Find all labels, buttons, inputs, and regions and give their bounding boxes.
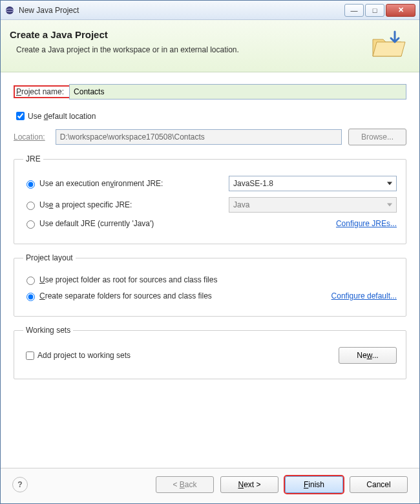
window-controls: — □ ✕ [344, 4, 415, 17]
location-row: Location: Browse... [14, 129, 406, 145]
project-name-label-highlight: Project name: [14, 85, 70, 98]
jre-legend: JRE [23, 154, 43, 163]
project-name-input[interactable] [69, 84, 406, 100]
project-name-label: Project name: [16, 87, 64, 96]
location-label: Location: [14, 132, 45, 142]
use-default-row: Use default location [14, 110, 406, 122]
jre-exec-env-label: Use an execution environment JRE: [39, 179, 163, 188]
layout-separate-folders-label: Create separate folders for sources and … [39, 291, 212, 300]
configure-default-link[interactable]: Configure default... [331, 291, 397, 300]
close-button[interactable]: ✕ [386, 4, 415, 17]
jre-project-specific-select: Java [229, 197, 397, 213]
jre-exec-env-radio[interactable] [26, 180, 35, 189]
add-to-working-sets-label: Add project to working sets [37, 351, 131, 360]
header-banner: Create a Java Project Create a Java proj… [1, 20, 419, 72]
dialog-window: New Java Project — □ ✕ Create a Java Pro… [0, 0, 420, 504]
project-name-row: Project name: [14, 84, 406, 100]
layout-separate-folders-radio[interactable] [26, 293, 35, 301]
working-sets-legend: Working sets [23, 326, 73, 335]
jre-project-specific-label: Use a project specific JRE: [39, 200, 132, 209]
use-default-location-label: Use default location [28, 112, 96, 121]
titlebar-title: New Java Project [19, 6, 79, 15]
footer: ? < Back Next > Finish Cancel [1, 468, 419, 503]
finish-button[interactable]: Finish [285, 476, 343, 493]
jre-group: JRE Use an execution environment JRE: Ja… [14, 154, 406, 244]
add-to-working-sets-checkbox[interactable] [26, 352, 34, 360]
chevron-down-icon [387, 182, 392, 185]
titlebar: New Java Project — □ ✕ [1, 1, 419, 20]
help-icon[interactable]: ? [12, 477, 28, 492]
jre-exec-env-value: JavaSE-1.8 [233, 179, 273, 188]
minimize-button[interactable]: — [344, 4, 364, 17]
jre-default-label: Use default JRE (currently 'Java') [39, 219, 154, 228]
project-layout-legend: Project layout [23, 253, 76, 262]
svg-point-0 [6, 6, 14, 14]
working-sets-group: Working sets Add project to working sets… [14, 326, 406, 379]
working-sets-new-button[interactable]: New... [339, 347, 397, 364]
back-button: < Back [156, 476, 214, 493]
maximize-button[interactable]: □ [365, 4, 384, 17]
page-title: Create a Java Project [10, 29, 370, 40]
jre-exec-env-select[interactable]: JavaSE-1.8 [229, 176, 397, 191]
layout-single-folder-radio[interactable] [26, 277, 35, 285]
next-button[interactable]: Next > [220, 476, 278, 493]
location-input [56, 129, 342, 145]
layout-single-folder-label: Use project folder as root for sources a… [39, 275, 217, 284]
content-area: Project name: Use default location Locat… [1, 72, 419, 468]
configure-jres-link[interactable]: Configure JREs... [336, 219, 397, 228]
jre-project-specific-radio[interactable] [26, 202, 35, 210]
jre-project-specific-value: Java [233, 200, 249, 209]
use-default-location-checkbox[interactable] [16, 112, 25, 120]
eclipse-icon [5, 5, 15, 16]
folder-wizard-icon [370, 29, 406, 60]
project-layout-group: Project layout Use project folder as roo… [14, 253, 406, 317]
browse-button: Browse... [348, 129, 406, 145]
chevron-down-icon [387, 204, 392, 207]
page-subtitle: Create a Java project in the workspace o… [16, 45, 370, 54]
jre-default-radio[interactable] [26, 220, 35, 229]
cancel-button[interactable]: Cancel [350, 476, 408, 493]
